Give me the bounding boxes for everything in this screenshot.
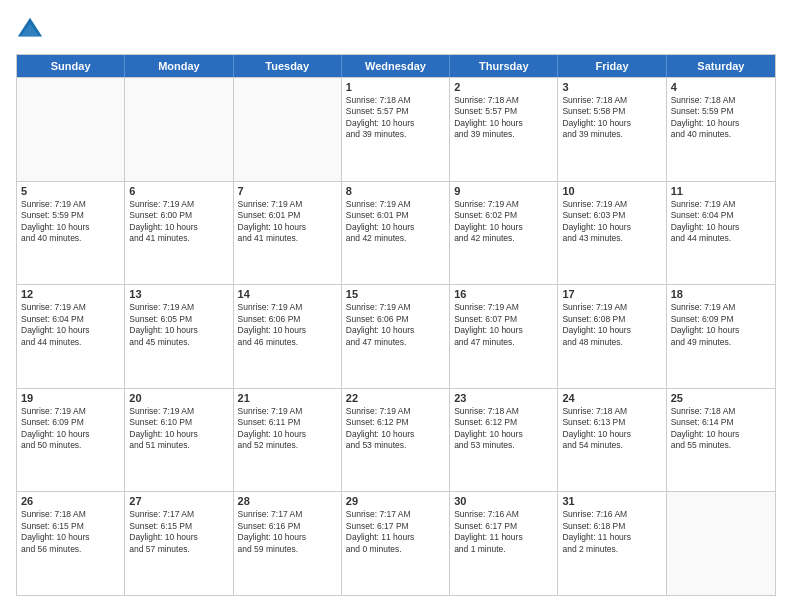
day-info: Sunrise: 7:16 AM Sunset: 6:17 PM Dayligh…: [454, 509, 553, 555]
day-cell: 28Sunrise: 7:17 AM Sunset: 6:16 PM Dayli…: [234, 492, 342, 595]
day-number: 23: [454, 392, 553, 404]
day-cell: 16Sunrise: 7:19 AM Sunset: 6:07 PM Dayli…: [450, 285, 558, 388]
day-info: Sunrise: 7:19 AM Sunset: 6:09 PM Dayligh…: [671, 302, 771, 348]
day-info: Sunrise: 7:19 AM Sunset: 6:09 PM Dayligh…: [21, 406, 120, 452]
day-cell: 20Sunrise: 7:19 AM Sunset: 6:10 PM Dayli…: [125, 389, 233, 492]
day-number: 14: [238, 288, 337, 300]
calendar-row: 1Sunrise: 7:18 AM Sunset: 5:57 PM Daylig…: [17, 77, 775, 181]
day-number: 26: [21, 495, 120, 507]
calendar: SundayMondayTuesdayWednesdayThursdayFrid…: [16, 54, 776, 596]
day-number: 11: [671, 185, 771, 197]
empty-cell: [125, 78, 233, 181]
day-number: 21: [238, 392, 337, 404]
day-number: 5: [21, 185, 120, 197]
day-info: Sunrise: 7:19 AM Sunset: 6:05 PM Dayligh…: [129, 302, 228, 348]
day-cell: 21Sunrise: 7:19 AM Sunset: 6:11 PM Dayli…: [234, 389, 342, 492]
header: [16, 16, 776, 44]
day-cell: 13Sunrise: 7:19 AM Sunset: 6:05 PM Dayli…: [125, 285, 233, 388]
day-cell: 27Sunrise: 7:17 AM Sunset: 6:15 PM Dayli…: [125, 492, 233, 595]
calendar-body: 1Sunrise: 7:18 AM Sunset: 5:57 PM Daylig…: [17, 77, 775, 595]
calendar-row: 19Sunrise: 7:19 AM Sunset: 6:09 PM Dayli…: [17, 388, 775, 492]
day-number: 18: [671, 288, 771, 300]
day-cell: 19Sunrise: 7:19 AM Sunset: 6:09 PM Dayli…: [17, 389, 125, 492]
day-cell: 6Sunrise: 7:19 AM Sunset: 6:00 PM Daylig…: [125, 182, 233, 285]
day-number: 9: [454, 185, 553, 197]
day-cell: 14Sunrise: 7:19 AM Sunset: 6:06 PM Dayli…: [234, 285, 342, 388]
empty-cell: [667, 492, 775, 595]
day-number: 25: [671, 392, 771, 404]
day-info: Sunrise: 7:19 AM Sunset: 6:02 PM Dayligh…: [454, 199, 553, 245]
day-cell: 10Sunrise: 7:19 AM Sunset: 6:03 PM Dayli…: [558, 182, 666, 285]
header-day: Monday: [125, 55, 233, 77]
day-info: Sunrise: 7:18 AM Sunset: 6:14 PM Dayligh…: [671, 406, 771, 452]
page: SundayMondayTuesdayWednesdayThursdayFrid…: [0, 0, 792, 612]
day-cell: 17Sunrise: 7:19 AM Sunset: 6:08 PM Dayli…: [558, 285, 666, 388]
day-info: Sunrise: 7:19 AM Sunset: 6:10 PM Dayligh…: [129, 406, 228, 452]
day-number: 15: [346, 288, 445, 300]
day-number: 28: [238, 495, 337, 507]
day-cell: 25Sunrise: 7:18 AM Sunset: 6:14 PM Dayli…: [667, 389, 775, 492]
calendar-row: 5Sunrise: 7:19 AM Sunset: 5:59 PM Daylig…: [17, 181, 775, 285]
day-cell: 26Sunrise: 7:18 AM Sunset: 6:15 PM Dayli…: [17, 492, 125, 595]
day-cell: 15Sunrise: 7:19 AM Sunset: 6:06 PM Dayli…: [342, 285, 450, 388]
day-info: Sunrise: 7:19 AM Sunset: 6:01 PM Dayligh…: [238, 199, 337, 245]
day-info: Sunrise: 7:17 AM Sunset: 6:16 PM Dayligh…: [238, 509, 337, 555]
header-day: Saturday: [667, 55, 775, 77]
day-number: 12: [21, 288, 120, 300]
day-cell: 9Sunrise: 7:19 AM Sunset: 6:02 PM Daylig…: [450, 182, 558, 285]
logo: [16, 16, 48, 44]
day-info: Sunrise: 7:19 AM Sunset: 6:04 PM Dayligh…: [671, 199, 771, 245]
day-cell: 22Sunrise: 7:19 AM Sunset: 6:12 PM Dayli…: [342, 389, 450, 492]
day-info: Sunrise: 7:17 AM Sunset: 6:15 PM Dayligh…: [129, 509, 228, 555]
day-cell: 2Sunrise: 7:18 AM Sunset: 5:57 PM Daylig…: [450, 78, 558, 181]
day-number: 24: [562, 392, 661, 404]
day-info: Sunrise: 7:18 AM Sunset: 5:57 PM Dayligh…: [346, 95, 445, 141]
day-cell: 3Sunrise: 7:18 AM Sunset: 5:58 PM Daylig…: [558, 78, 666, 181]
day-number: 31: [562, 495, 661, 507]
day-number: 13: [129, 288, 228, 300]
day-cell: 4Sunrise: 7:18 AM Sunset: 5:59 PM Daylig…: [667, 78, 775, 181]
day-cell: 7Sunrise: 7:19 AM Sunset: 6:01 PM Daylig…: [234, 182, 342, 285]
day-info: Sunrise: 7:18 AM Sunset: 5:59 PM Dayligh…: [671, 95, 771, 141]
header-day: Friday: [558, 55, 666, 77]
day-cell: 23Sunrise: 7:18 AM Sunset: 6:12 PM Dayli…: [450, 389, 558, 492]
empty-cell: [17, 78, 125, 181]
day-cell: 5Sunrise: 7:19 AM Sunset: 5:59 PM Daylig…: [17, 182, 125, 285]
day-number: 19: [21, 392, 120, 404]
day-info: Sunrise: 7:19 AM Sunset: 6:00 PM Dayligh…: [129, 199, 228, 245]
day-cell: 18Sunrise: 7:19 AM Sunset: 6:09 PM Dayli…: [667, 285, 775, 388]
day-info: Sunrise: 7:16 AM Sunset: 6:18 PM Dayligh…: [562, 509, 661, 555]
day-number: 22: [346, 392, 445, 404]
header-day: Thursday: [450, 55, 558, 77]
day-number: 29: [346, 495, 445, 507]
calendar-row: 12Sunrise: 7:19 AM Sunset: 6:04 PM Dayli…: [17, 284, 775, 388]
day-info: Sunrise: 7:19 AM Sunset: 6:04 PM Dayligh…: [21, 302, 120, 348]
day-info: Sunrise: 7:18 AM Sunset: 6:12 PM Dayligh…: [454, 406, 553, 452]
day-number: 8: [346, 185, 445, 197]
empty-cell: [234, 78, 342, 181]
day-info: Sunrise: 7:19 AM Sunset: 5:59 PM Dayligh…: [21, 199, 120, 245]
calendar-row: 26Sunrise: 7:18 AM Sunset: 6:15 PM Dayli…: [17, 491, 775, 595]
day-cell: 11Sunrise: 7:19 AM Sunset: 6:04 PM Dayli…: [667, 182, 775, 285]
logo-icon: [16, 16, 44, 44]
header-day: Sunday: [17, 55, 125, 77]
day-number: 16: [454, 288, 553, 300]
day-info: Sunrise: 7:19 AM Sunset: 6:01 PM Dayligh…: [346, 199, 445, 245]
day-cell: 30Sunrise: 7:16 AM Sunset: 6:17 PM Dayli…: [450, 492, 558, 595]
day-info: Sunrise: 7:18 AM Sunset: 6:13 PM Dayligh…: [562, 406, 661, 452]
day-number: 10: [562, 185, 661, 197]
day-number: 3: [562, 81, 661, 93]
day-info: Sunrise: 7:18 AM Sunset: 5:57 PM Dayligh…: [454, 95, 553, 141]
day-number: 17: [562, 288, 661, 300]
day-cell: 31Sunrise: 7:16 AM Sunset: 6:18 PM Dayli…: [558, 492, 666, 595]
day-number: 7: [238, 185, 337, 197]
day-number: 27: [129, 495, 228, 507]
day-number: 30: [454, 495, 553, 507]
day-info: Sunrise: 7:19 AM Sunset: 6:06 PM Dayligh…: [238, 302, 337, 348]
day-info: Sunrise: 7:19 AM Sunset: 6:12 PM Dayligh…: [346, 406, 445, 452]
day-number: 6: [129, 185, 228, 197]
day-cell: 12Sunrise: 7:19 AM Sunset: 6:04 PM Dayli…: [17, 285, 125, 388]
day-info: Sunrise: 7:17 AM Sunset: 6:17 PM Dayligh…: [346, 509, 445, 555]
header-day: Tuesday: [234, 55, 342, 77]
day-number: 1: [346, 81, 445, 93]
